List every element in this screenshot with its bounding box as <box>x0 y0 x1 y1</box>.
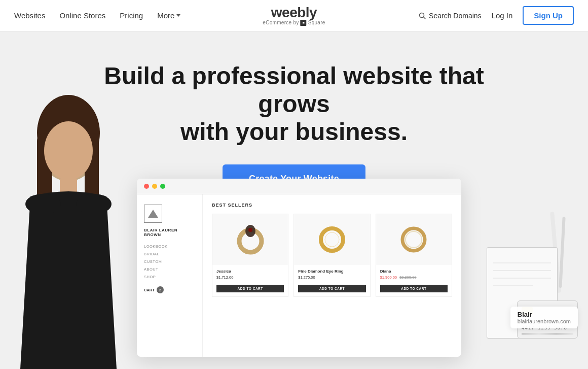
logo[interactable]: weebly eCommerce by ■ Square <box>263 6 325 26</box>
ring-diana-image <box>396 222 431 257</box>
product-image-diana <box>376 214 452 265</box>
browser-mockup: BLAIR LAUREN BROWN LOOKBOOK BRIDAL CUSTO… <box>137 179 461 357</box>
product-info-fine-diamond: Fine Diamond Eye Ring $1,275.00 ADD TO C… <box>294 265 370 296</box>
product-name-diana: Diana <box>380 269 448 274</box>
nav-pricing[interactable]: Pricing <box>120 11 143 20</box>
store-nav-lookbook: LOOKBOOK <box>144 244 195 249</box>
blair-website-url: blairlaurenbrown.com <box>518 318 571 324</box>
svg-point-13 <box>321 228 343 251</box>
best-sellers-heading: BEST SELLERS <box>212 203 452 208</box>
store-navigation: LOOKBOOK BRIDAL CUSTOM ABOUT SHOP <box>144 244 195 279</box>
store-triangle-icon <box>148 210 158 218</box>
add-to-cart-diana[interactable]: ADD TO CART <box>380 285 448 292</box>
product-info-diana: Diana $1,900.00 $3,295.00 ADD TO CART <box>376 265 452 296</box>
browser-dot-red <box>144 184 149 189</box>
svg-point-17 <box>413 228 415 229</box>
header: Websites Online Stores Pricing More weeb… <box>0 0 588 31</box>
main-nav: Websites Online Stores Pricing More <box>14 11 180 20</box>
signup-button[interactable]: Sign Up <box>523 6 574 25</box>
add-to-cart-jessica[interactable]: ADD TO CART <box>216 285 284 292</box>
square-logo-icon: ■ <box>301 20 307 26</box>
ring-jessica-image <box>233 222 268 257</box>
search-domains-button[interactable]: Search Domains <box>419 12 482 20</box>
product-info-jessica: Jessica $1,712.00 ADD TO CART <box>212 265 288 296</box>
svg-point-18 <box>424 239 426 241</box>
cart-count-badge: 2 <box>157 286 164 293</box>
login-button[interactable]: Log In <box>492 11 513 20</box>
product-name-fine-diamond: Fine Diamond Eye Ring <box>298 269 365 274</box>
svg-point-16 <box>406 231 422 248</box>
person-photo <box>0 85 137 369</box>
store-sidebar: BLAIR LAUREN BROWN LOOKBOOK BRIDAL CUSTO… <box>137 194 203 357</box>
product-card-fine-diamond: Fine Diamond Eye Ring $1,275.00 ADD TO C… <box>293 214 370 297</box>
store-cart: CART 2 <box>144 286 195 293</box>
nav-online-stores[interactable]: Online Stores <box>59 11 105 20</box>
product-price-jessica: $1,712.00 <box>216 275 284 280</box>
store-nav-bridal: BRIDAL <box>144 252 195 256</box>
product-image-fine-diamond <box>294 214 370 265</box>
store-main-content: BEST SELLERS Jessica <box>203 194 461 357</box>
product-card-diana: Diana $1,900.00 $3,295.00 ADD TO CART <box>376 214 452 297</box>
credit-card-signature <box>522 333 573 334</box>
hero-title: Build a professional website that grows … <box>101 62 487 146</box>
original-price-diana: $3,295.00 <box>399 275 416 280</box>
browser-dot-yellow <box>152 184 157 189</box>
hero-section: Build a professional website that grows … <box>0 31 588 369</box>
pen-two <box>559 217 565 288</box>
chevron-down-icon <box>176 14 180 17</box>
logo-wordmark: weebly <box>263 6 325 20</box>
svg-point-12 <box>248 228 252 232</box>
add-to-cart-fine-diamond[interactable]: ADD TO CART <box>298 285 365 292</box>
nav-websites[interactable]: Websites <box>14 11 45 20</box>
store-logo <box>144 205 162 223</box>
product-price-diana: $1,900.00 $3,295.00 <box>380 275 448 280</box>
svg-point-9 <box>76 194 112 214</box>
blair-display-name: Blair <box>518 311 571 318</box>
search-icon <box>419 12 426 19</box>
store-nav-shop: SHOP <box>144 275 195 279</box>
product-price-fine-diamond: $1,275.00 <box>298 275 365 280</box>
product-image-jessica <box>212 214 288 265</box>
nav-more[interactable]: More <box>157 11 180 20</box>
svg-point-8 <box>25 194 61 214</box>
store-nav-custom: CUSTOM <box>144 259 195 264</box>
right-decorative-items: 4417 1239 5678 Blair blairlaurenbrown.co… <box>476 207 578 339</box>
store-name: BLAIR LAUREN BROWN <box>144 228 195 237</box>
person-silhouette <box>0 85 137 369</box>
sale-price-diana: $1,900.00 <box>380 275 397 280</box>
store-nav-about: ABOUT <box>144 267 195 272</box>
logo-subtitle: eCommerce by ■ Square <box>263 20 325 26</box>
svg-point-20 <box>402 239 403 241</box>
svg-point-6 <box>44 121 93 180</box>
browser-toolbar <box>137 179 461 194</box>
product-name-jessica: Jessica <box>216 269 284 274</box>
browser-content: BLAIR LAUREN BROWN LOOKBOOK BRIDAL CUSTO… <box>137 194 461 357</box>
blair-info-card: Blair blairlaurenbrown.com <box>510 307 578 328</box>
header-actions: Search Domains Log In Sign Up <box>419 6 574 25</box>
product-card-jessica: Jessica $1,712.00 ADD TO CART <box>212 214 288 297</box>
products-grid: Jessica $1,712.00 ADD TO CART <box>212 214 452 297</box>
svg-line-1 <box>424 17 426 19</box>
svg-point-14 <box>325 232 339 247</box>
ring-fine-diamond-image <box>314 222 350 257</box>
browser-dot-green <box>160 184 165 189</box>
svg-point-19 <box>413 250 415 252</box>
